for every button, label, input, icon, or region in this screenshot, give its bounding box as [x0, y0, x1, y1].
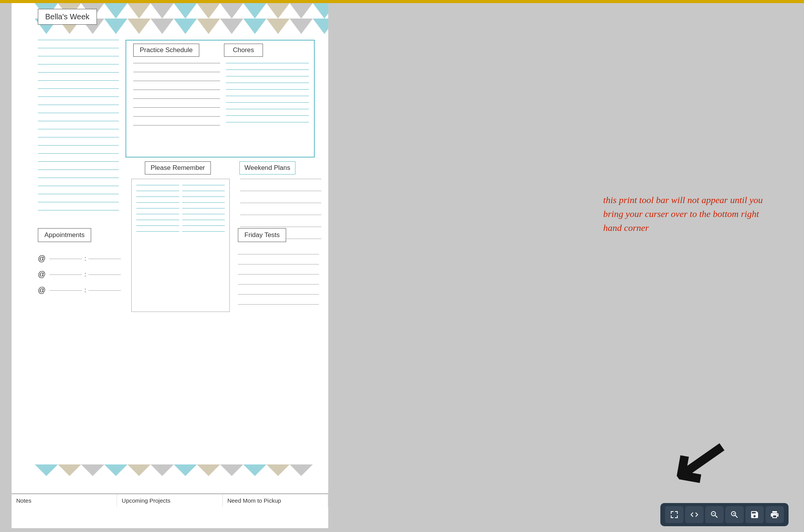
notes-cell: Notes — [12, 494, 117, 507]
appointment-row: @ : — [38, 254, 121, 263]
print-button[interactable] — [765, 506, 784, 523]
line — [133, 63, 220, 63]
line — [49, 259, 82, 259]
at-symbol: @ — [38, 254, 46, 263]
zoom-out-button[interactable] — [705, 506, 724, 523]
practice-schedule-text: Practice Schedule — [140, 46, 193, 54]
line — [38, 48, 119, 48]
line — [238, 284, 319, 285]
appointments-label: Appointments — [38, 228, 91, 242]
friday-tests-text: Friday Tests — [244, 231, 280, 239]
line — [238, 264, 319, 264]
line-row — [136, 202, 225, 203]
line — [136, 208, 179, 208]
line-row — [136, 225, 225, 226]
line — [238, 254, 319, 254]
line — [88, 274, 121, 275]
line — [38, 88, 119, 89]
appointments-text: Appointments — [44, 231, 85, 239]
line-row — [136, 220, 225, 220]
line — [182, 225, 225, 226]
line — [226, 69, 309, 70]
line — [226, 115, 309, 116]
line — [133, 116, 220, 117]
line — [240, 191, 321, 191]
annotation-message: this print tool bar will not appear unti… — [603, 195, 763, 233]
line — [49, 290, 82, 291]
line — [182, 185, 225, 185]
notes-text: Notes — [16, 497, 31, 504]
line — [238, 294, 319, 295]
bellas-week-box: Bella's Week — [38, 9, 97, 25]
print-icon — [770, 510, 779, 519]
pr-lines — [132, 179, 229, 243]
line — [88, 290, 121, 291]
chores-lines — [226, 63, 309, 129]
bottom-labels-row: Notes Upcoming Projects Need Mom to Pick… — [12, 493, 328, 507]
upcoming-projects-text: Upcoming Projects — [122, 497, 170, 504]
line — [240, 203, 321, 203]
colon: : — [84, 271, 86, 278]
line — [38, 97, 119, 97]
line — [38, 129, 119, 129]
save-icon — [750, 510, 759, 519]
line — [133, 98, 220, 99]
top-border — [0, 0, 804, 3]
at-symbol: @ — [38, 286, 46, 295]
code-button[interactable] — [685, 506, 704, 523]
line — [38, 186, 119, 186]
line — [226, 63, 309, 63]
please-remember-label: Please Remember — [145, 161, 211, 175]
line — [38, 194, 119, 194]
document: Bella's Week Practice Schedule Chores — [12, 3, 328, 528]
line — [240, 215, 321, 215]
weekend-plans-text: Weekend Plans — [244, 164, 290, 171]
line — [133, 81, 220, 81]
annotation-text: this print tool bar will not appear unti… — [603, 193, 765, 235]
line — [226, 76, 309, 76]
zoom-in-button[interactable] — [725, 506, 744, 523]
line — [38, 64, 119, 64]
upcoming-projects-cell: Upcoming Projects — [117, 494, 222, 507]
line — [38, 121, 119, 121]
line — [38, 145, 119, 146]
arrow-icon: ↙ — [665, 421, 734, 500]
line — [88, 259, 121, 259]
please-remember-text: Please Remember — [151, 164, 205, 171]
line — [38, 153, 119, 154]
appointment-row: @ : — [38, 286, 121, 295]
line — [136, 225, 179, 226]
line — [38, 80, 119, 81]
line — [226, 122, 309, 122]
practice-schedule-lines — [133, 63, 220, 134]
save-button[interactable] — [745, 506, 764, 523]
line-row — [136, 185, 225, 185]
line — [133, 107, 220, 108]
line — [38, 178, 119, 178]
line — [136, 220, 179, 220]
line-row — [136, 191, 225, 191]
code-icon — [690, 510, 699, 519]
weekend-plans-label: Weekend Plans — [239, 161, 295, 175]
line — [38, 202, 119, 202]
line-row — [136, 208, 225, 208]
line — [49, 274, 82, 275]
line — [136, 191, 179, 191]
line — [136, 231, 179, 232]
line — [136, 185, 179, 185]
colon: : — [84, 255, 86, 262]
line — [133, 90, 220, 90]
line — [38, 169, 119, 170]
need-mom-cell: Need Mom to Pickup — [223, 494, 328, 507]
fit-page-button[interactable] — [665, 506, 684, 523]
zoom-in-icon — [730, 510, 739, 519]
bottom-chevron-strip — [12, 464, 328, 488]
line — [38, 113, 119, 113]
bellas-week-label: Bella's Week — [45, 12, 90, 21]
line — [226, 102, 309, 103]
fit-page-icon — [670, 510, 679, 519]
print-toolbar — [660, 503, 789, 526]
line — [38, 105, 119, 105]
line-row — [136, 231, 225, 232]
line — [182, 214, 225, 214]
